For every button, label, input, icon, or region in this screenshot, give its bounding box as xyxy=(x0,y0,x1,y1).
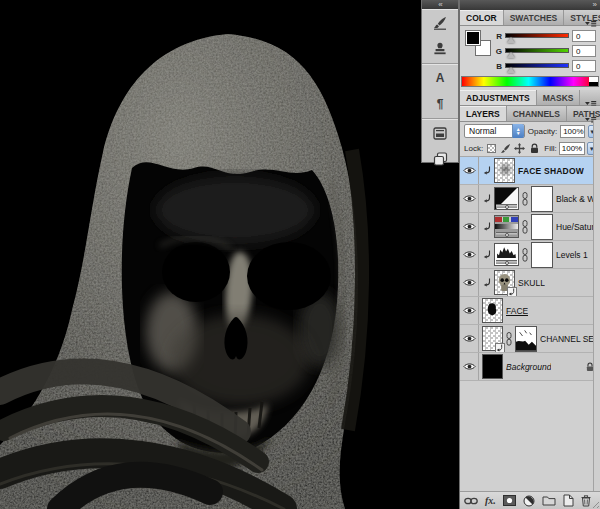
visibility-toggle[interactable] xyxy=(460,297,479,324)
layer-mask-thumbnail[interactable] xyxy=(531,186,553,212)
layer-row-black-white-1[interactable]: Black & White 1 xyxy=(460,185,600,213)
channel-slider[interactable] xyxy=(505,33,569,40)
character-panel-icon[interactable]: A xyxy=(427,67,453,89)
new-layer-icon[interactable] xyxy=(563,494,574,508)
layer-row-face[interactable]: FACE xyxy=(460,297,600,325)
channel-label: R xyxy=(495,32,502,41)
brush-panel-icon[interactable] xyxy=(427,12,453,34)
visibility-toggle[interactable] xyxy=(460,241,479,268)
mask-link-icon[interactable] xyxy=(522,248,528,262)
panel-menu-icon[interactable] xyxy=(584,14,598,23)
layer-mask-thumbnail[interactable] xyxy=(515,326,537,352)
visibility-toggle[interactable] xyxy=(460,213,479,240)
new-group-icon[interactable] xyxy=(542,494,556,508)
clipped-badge-icon xyxy=(495,343,505,352)
mask-link-icon[interactable] xyxy=(522,192,528,206)
panel-collapse-bar[interactable]: » xyxy=(460,0,600,10)
lock-position-icon[interactable] xyxy=(514,142,526,155)
tab-adjustments[interactable]: ADJUSTMENTS xyxy=(460,90,537,105)
layer-thumbnail[interactable] xyxy=(482,298,503,323)
adjustment-slider-icon xyxy=(496,204,517,208)
opacity-input[interactable]: 100% xyxy=(560,125,584,138)
color-spectrum-ramp[interactable] xyxy=(461,76,599,87)
tab-layers[interactable]: LAYERS xyxy=(460,106,507,121)
clipping-mask-arrow-icon xyxy=(482,222,491,231)
layer-name[interactable]: FACE xyxy=(506,306,528,316)
paragraph-panel-icon[interactable]: ¶ xyxy=(427,93,453,115)
adjustments-tabbar: ADJUSTMENTSMASKS xyxy=(460,90,600,106)
link-layers-icon[interactable] xyxy=(464,494,478,508)
layer-name[interactable]: Levels 1 xyxy=(556,250,588,260)
layer-name[interactable]: SKULL xyxy=(518,278,545,288)
panel-menu-icon[interactable] xyxy=(584,94,598,103)
panel-menu-icon[interactable] xyxy=(584,110,598,119)
layer-thumbnail[interactable] xyxy=(494,215,519,238)
layer-name[interactable]: FACE SHADOW xyxy=(518,166,584,176)
delete-layer-icon[interactable] xyxy=(581,494,591,508)
mask-link-icon[interactable] xyxy=(522,220,528,234)
layer-row-skull[interactable]: SKULL xyxy=(460,269,600,297)
blend-mode-row: Normal ▲▼ Opacity: 100% ▼ xyxy=(460,122,600,140)
clipping-mask-arrow-icon xyxy=(482,278,491,287)
lock-all-icon[interactable] xyxy=(528,142,540,155)
tab-channels[interactable]: CHANNELS xyxy=(507,106,567,121)
tab-color[interactable]: COLOR xyxy=(460,10,504,25)
visibility-toggle[interactable] xyxy=(460,157,479,184)
color-tabbar: COLORSWATCHESSTYLES xyxy=(460,10,600,26)
visibility-toggle[interactable] xyxy=(460,325,479,352)
duplicate-layers-panel-icon[interactable] xyxy=(427,148,453,170)
layer-row-body: CHANNEL SELECTION xyxy=(479,325,600,352)
foreground-color-swatch[interactable] xyxy=(465,30,481,46)
visibility-toggle[interactable] xyxy=(460,353,479,380)
layers-tabbar: LAYERSCHANNELSPATHS xyxy=(460,106,600,122)
tab-masks[interactable]: MASKS xyxy=(537,90,581,105)
layer-thumbnail[interactable] xyxy=(494,158,515,183)
add-layer-mask-icon[interactable] xyxy=(503,494,516,508)
layer-thumbnail[interactable] xyxy=(482,326,503,351)
channel-value-input[interactable]: 0 xyxy=(572,45,596,57)
scrollbar-track[interactable] xyxy=(593,120,600,491)
lock-paint-icon[interactable] xyxy=(499,142,511,155)
rgb-sliders: R0G0B0 xyxy=(495,30,596,72)
visibility-toggle[interactable] xyxy=(460,185,479,212)
blend-mode-select[interactable]: Normal ▲▼ xyxy=(464,124,525,138)
adjustment-slider-icon xyxy=(496,260,517,264)
tab-swatches[interactable]: SWATCHES xyxy=(504,10,565,25)
slider-knob[interactable] xyxy=(507,67,515,73)
layer-name[interactable]: Background xyxy=(506,362,551,372)
fill-input[interactable]: 100% xyxy=(559,142,585,155)
layer-row-levels-1[interactable]: Levels 1 xyxy=(460,241,600,269)
channel-value-input[interactable]: 0 xyxy=(572,60,596,72)
channel-value-input[interactable]: 0 xyxy=(572,30,596,42)
mask-link-icon[interactable] xyxy=(506,332,512,346)
layer-name[interactable]: CHANNEL SELECTION xyxy=(540,334,600,344)
layer-style-icon[interactable]: fx. xyxy=(485,494,496,508)
layer-row-body: FACE xyxy=(479,297,600,324)
layer-mask-thumbnail[interactable] xyxy=(531,214,553,240)
layer-row-face-shadow[interactable]: FACE SHADOW xyxy=(460,157,600,185)
panel-resize-grip[interactable] xyxy=(590,499,599,508)
channel-slider[interactable] xyxy=(505,63,569,70)
clone-source-panel-icon[interactable] xyxy=(427,38,453,60)
slider-knob[interactable] xyxy=(507,52,515,58)
slider-knob[interactable] xyxy=(507,37,515,43)
layer-thumbnail[interactable] xyxy=(494,270,515,295)
layer-comps-panel-icon[interactable] xyxy=(427,122,453,144)
channel-slider[interactable] xyxy=(505,48,569,55)
layer-row-hue-saturation-1[interactable]: Hue/Saturation 1 xyxy=(460,213,600,241)
spectrum-endcaps[interactable] xyxy=(589,77,598,86)
visibility-toggle[interactable] xyxy=(460,269,479,296)
dock-collapse-bar[interactable]: « xyxy=(422,0,458,9)
channel-label: B xyxy=(495,62,502,71)
layer-mask-thumbnail[interactable] xyxy=(531,242,553,268)
layer-row-body: Background xyxy=(479,353,600,380)
layer-thumbnail[interactable] xyxy=(494,187,519,210)
new-adjustment-layer-icon[interactable] xyxy=(523,494,535,508)
layer-thumbnail[interactable] xyxy=(494,243,519,266)
lock-transparency-icon[interactable] xyxy=(485,142,497,155)
dock-group-2: A ¶ xyxy=(422,64,458,119)
document-canvas[interactable] xyxy=(0,0,459,509)
layer-thumbnail[interactable] xyxy=(482,354,503,379)
layer-row-background[interactable]: Background xyxy=(460,353,600,381)
layer-row-channel-selection[interactable]: CHANNEL SELECTION xyxy=(460,325,600,353)
